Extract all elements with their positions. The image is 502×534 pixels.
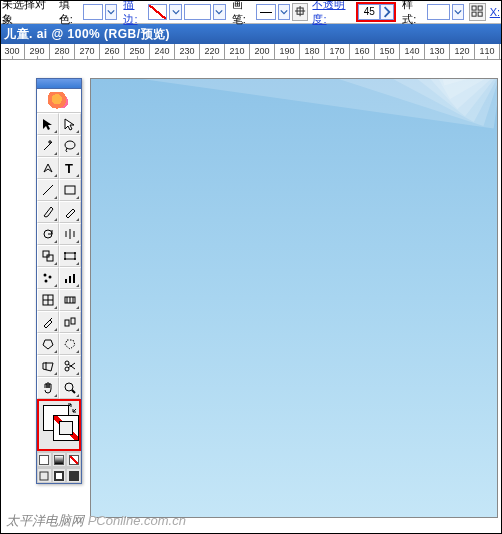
scissors-tool[interactable] (59, 355, 81, 377)
ruler-tick: 230 (175, 44, 200, 59)
direct-selection-tool[interactable] (59, 113, 81, 135)
selection-tool[interactable] (37, 113, 59, 135)
svg-point-16 (44, 274, 47, 277)
watermark-en: PConline.com.cn (88, 513, 186, 528)
svg-rect-7 (65, 186, 75, 194)
svg-rect-19 (65, 279, 67, 283)
gradient-tool-icon (63, 293, 77, 307)
horizontal-ruler: 3002902802702602502402302202102001901801… (0, 44, 502, 60)
gradient-tool[interactable] (59, 289, 81, 311)
flyout-indicator-icon (76, 372, 79, 375)
eyedropper-tool[interactable] (37, 311, 59, 333)
screen-full-icon (69, 471, 79, 481)
opacity-arrow-button[interactable] (380, 4, 394, 20)
screen-mode-full-menu[interactable] (52, 468, 67, 483)
pencil-tool[interactable] (59, 201, 81, 223)
svg-point-13 (74, 252, 76, 254)
stroke-label-link[interactable]: 描边: (123, 0, 145, 27)
svg-rect-10 (47, 255, 53, 261)
isolate-button[interactable] (292, 3, 308, 21)
paintbrush-tool[interactable] (37, 201, 59, 223)
rotate-tool-icon (41, 227, 55, 241)
align-button[interactable] (469, 3, 485, 21)
symbol-sprayer-tool-icon (41, 271, 55, 285)
svg-rect-11 (65, 253, 75, 259)
ruler-tick: 140 (400, 44, 425, 59)
flyout-indicator-icon (54, 284, 57, 287)
rotate-tool[interactable] (37, 223, 59, 245)
style-dropdown[interactable] (452, 4, 465, 20)
line-tool[interactable] (37, 179, 59, 201)
svg-rect-40 (56, 473, 62, 479)
ruler-tick: 200 (250, 44, 275, 59)
stroke-color-box[interactable] (53, 415, 79, 441)
svg-rect-20 (69, 276, 71, 283)
flyout-indicator-icon (76, 152, 79, 155)
brush-dropdown[interactable] (278, 4, 291, 20)
flyout-indicator-icon (54, 394, 57, 397)
flyout-indicator-icon (76, 350, 79, 353)
watermark-zh: 太平洋电脑网 (6, 513, 84, 528)
flyout-indicator-icon (54, 328, 57, 331)
flyout-indicator-icon (76, 306, 79, 309)
pen-tool[interactable] (37, 157, 59, 179)
color-mode-none[interactable] (66, 452, 81, 467)
opacity-label-link[interactable]: 不透明度: (312, 0, 354, 27)
swap-colors-icon[interactable] (67, 403, 77, 413)
none-icon (69, 455, 79, 465)
tool-panel-header[interactable] (37, 79, 81, 89)
live-paint-selection-tool[interactable] (59, 333, 81, 355)
graph-tool-icon (63, 271, 77, 285)
type-tool[interactable]: T (59, 157, 81, 179)
live-paint-tool[interactable] (37, 333, 59, 355)
ruler-tick: 220 (200, 44, 225, 59)
hand-tool[interactable] (37, 377, 59, 399)
color-mode-gradient[interactable] (52, 452, 67, 467)
opacity-control-highlight: 45 (356, 2, 396, 22)
mesh-tool[interactable] (37, 289, 59, 311)
chevron-down-icon (107, 8, 115, 16)
rectangle-tool[interactable] (59, 179, 81, 201)
color-mode-solid[interactable] (37, 452, 52, 467)
brush-preview[interactable] (256, 4, 276, 20)
canvas-artboard[interactable] (90, 78, 498, 518)
flyout-indicator-icon (54, 306, 57, 309)
opacity-input[interactable]: 45 (358, 4, 380, 20)
live-paint-selection-tool-icon (63, 337, 77, 351)
stroke-weight-dropdown[interactable] (213, 4, 226, 20)
fill-swatch[interactable] (83, 4, 103, 20)
style-label: 样式: (402, 0, 424, 27)
fill-dropdown[interactable] (105, 4, 118, 20)
stroke-dropdown[interactable] (169, 4, 182, 20)
reflect-tool[interactable] (59, 223, 81, 245)
no-selection-label: 未选择对象 (2, 0, 51, 27)
stroke-weight-field[interactable] (184, 4, 211, 20)
screen-mode-normal[interactable] (37, 468, 52, 483)
extra-link[interactable]: X: (490, 6, 500, 18)
screen-mode-full[interactable] (66, 468, 81, 483)
flower-icon (48, 92, 70, 110)
flyout-indicator-icon (54, 350, 57, 353)
flyout-indicator-icon (54, 262, 57, 265)
symbol-sprayer-tool[interactable] (37, 267, 59, 289)
magic-wand-tool[interactable] (37, 135, 59, 157)
free-transform-tool[interactable] (59, 245, 81, 267)
flyout-indicator-icon (76, 394, 79, 397)
scale-tool-icon (41, 249, 55, 263)
svg-rect-3 (479, 13, 483, 17)
slice-tool[interactable] (37, 355, 59, 377)
lasso-tool[interactable] (59, 135, 81, 157)
zoom-tool[interactable] (59, 377, 81, 399)
flyout-indicator-icon (76, 328, 79, 331)
scale-tool[interactable] (37, 245, 59, 267)
style-preview[interactable] (427, 4, 450, 20)
svg-rect-2 (472, 13, 476, 17)
flyout-indicator-icon (76, 284, 79, 287)
stroke-swatch[interactable] (148, 4, 168, 20)
svg-point-18 (45, 280, 48, 283)
svg-point-12 (64, 252, 66, 254)
flyout-indicator-icon (54, 196, 57, 199)
ruler-tick: 270 (75, 44, 100, 59)
graph-tool[interactable] (59, 267, 81, 289)
blend-tool[interactable] (59, 311, 81, 333)
